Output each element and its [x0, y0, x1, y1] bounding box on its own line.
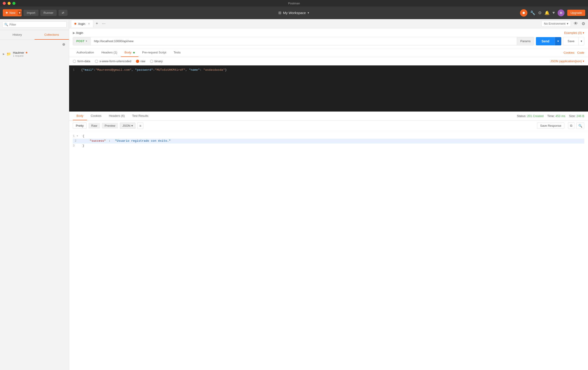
- maximize-button[interactable]: [12, 2, 15, 5]
- resp-wrap-icon[interactable]: ≡: [137, 123, 143, 129]
- sidebar-tabs: History Collections: [0, 30, 69, 40]
- option-form-data[interactable]: form-data: [73, 59, 90, 63]
- resp-raw-button[interactable]: Raw: [88, 123, 100, 128]
- send-button[interactable]: Send: [536, 37, 555, 45]
- url-input[interactable]: [91, 37, 517, 45]
- import-button[interactable]: Import: [23, 10, 39, 16]
- sidebar-search-section: 🔍: [0, 19, 69, 30]
- tab-collections[interactable]: Collections: [35, 30, 69, 40]
- response-body: 1 ▾ { 2 "success" : "Usuario registrado …: [69, 131, 588, 176]
- save-button-group: Save ▾: [563, 37, 584, 45]
- new-button[interactable]: ✚ New ▾: [3, 9, 22, 16]
- collection-item[interactable]: ▶ 📁 Haulmer ★ 1 request: [0, 49, 69, 59]
- resp-line-2: 2 "success" : "Usuario registrado con éx…: [73, 139, 584, 144]
- sync-icon[interactable]: [520, 9, 527, 17]
- code-editor[interactable]: 1 {"mail":"Maureend@gmail.com", "passwor…: [69, 65, 588, 112]
- tab-tests[interactable]: Tests: [170, 48, 184, 57]
- star-icon: ★: [25, 51, 28, 54]
- resp-tab-cookies[interactable]: Cookies: [87, 112, 105, 120]
- tab-unsaved-dot: [74, 23, 76, 25]
- params-button[interactable]: Params: [517, 37, 534, 45]
- cookies-link[interactable]: Cookies: [564, 51, 574, 54]
- environment-select[interactable]: No Environment ▾: [541, 21, 571, 27]
- upgrade-button[interactable]: Upgrade: [567, 10, 585, 16]
- option-raw[interactable]: raw: [136, 59, 145, 63]
- workspace-selector[interactable]: ⊞ My Workspace ▾: [69, 11, 518, 15]
- wrench-icon[interactable]: 🔧: [530, 10, 535, 15]
- save-response-button[interactable]: Save Response: [537, 123, 564, 129]
- radio-raw[interactable]: [136, 60, 139, 63]
- window-controls: [3, 2, 15, 5]
- grid-icon: ⊞: [278, 11, 281, 15]
- close-button[interactable]: [3, 2, 6, 5]
- format-select[interactable]: JSON (application/json) ▾: [550, 59, 584, 63]
- resp-preview-button[interactable]: Preview: [102, 123, 118, 128]
- eye-icon[interactable]: 👁: [573, 20, 579, 27]
- resp-tab-headers[interactable]: Headers (6): [105, 112, 129, 120]
- resp-tab-test-results[interactable]: Test Results: [128, 112, 152, 120]
- request-tab-actions: Cookies Code: [564, 48, 584, 57]
- tab-label: /login: [78, 22, 85, 26]
- search-icon: 🔍: [4, 23, 8, 26]
- runner-button[interactable]: Runner: [40, 10, 57, 16]
- tab-authorization[interactable]: Authorization: [73, 48, 98, 57]
- resp-copy-button[interactable]: ⧉: [568, 122, 574, 129]
- radio-binary[interactable]: [150, 60, 153, 63]
- resp-search-button[interactable]: 🔍: [576, 123, 584, 129]
- add-collection-button[interactable]: ⊕: [61, 42, 67, 47]
- tab-history[interactable]: History: [0, 30, 35, 40]
- resp-format-select[interactable]: JSON ▾: [120, 123, 136, 129]
- tab-menu-button[interactable]: ⋯: [100, 21, 107, 27]
- content-area: /login × + ⋯ No Environment ▾ 👁 ⚙ ▶ /log…: [69, 19, 588, 370]
- plus-icon: ✚: [6, 11, 8, 14]
- tab-body[interactable]: Body: [121, 48, 138, 57]
- breadcrumb: ▶ /login: [73, 31, 83, 35]
- avatar[interactable]: H: [557, 10, 565, 16]
- size-label: Size: 246 B: [569, 114, 584, 118]
- request-tabs-bar: /login × + ⋯ No Environment ▾ 👁 ⚙: [69, 19, 588, 28]
- env-label: No Environment: [544, 22, 566, 25]
- request-tab-login[interactable]: /login ×: [71, 20, 93, 27]
- send-dropdown-button[interactable]: ▾: [555, 37, 561, 45]
- examples-link[interactable]: Examples (0) ▾: [564, 31, 584, 35]
- resp-pretty-button[interactable]: Pretty: [73, 123, 87, 129]
- radio-form-data[interactable]: [73, 60, 76, 63]
- search-input[interactable]: [10, 23, 64, 26]
- time-label: Time: 453 ms: [547, 114, 565, 118]
- option-binary[interactable]: binary: [150, 59, 163, 63]
- toolbar-right: 🔧 ⚙ 🔔 ♥ H Upgrade: [520, 9, 585, 17]
- save-dropdown-button[interactable]: ▾: [579, 37, 584, 45]
- workspace-label: My Workspace: [283, 11, 306, 15]
- sync-button[interactable]: ⇄: [59, 10, 67, 16]
- collection-meta: 1 request: [13, 54, 66, 57]
- response-options: Pretty Raw Preview JSON ▾ ≡ Save Respons…: [69, 120, 588, 131]
- resp-line-3: 3 }: [73, 144, 584, 148]
- tab-pre-request[interactable]: Pre-request Script: [138, 48, 170, 57]
- settings-icon[interactable]: ⚙: [538, 10, 542, 15]
- url-bar: POST ▾ Params: [73, 37, 534, 45]
- main-layout: 🔍 History Collections ⊕ ▶ 📁 Haulmer ★ 1 …: [0, 19, 588, 370]
- body-dot: [133, 52, 135, 53]
- add-tab-button[interactable]: +: [94, 20, 100, 27]
- radio-urlencoded[interactable]: [95, 60, 98, 63]
- status-label: Status: 201 Created: [517, 114, 544, 118]
- notifications-icon[interactable]: 🔔: [545, 10, 549, 15]
- response-status: Status: 201 Created Time: 453 ms Size: 2…: [517, 114, 584, 118]
- examples-chevron-icon: ▾: [583, 31, 584, 35]
- method-select[interactable]: POST ▾: [73, 37, 91, 45]
- minimize-button[interactable]: [8, 2, 10, 5]
- option-urlencoded[interactable]: x-www-form-urlencoded: [95, 59, 131, 63]
- tab-close-icon[interactable]: ×: [88, 22, 90, 26]
- new-dropdown-chevron[interactable]: ▾: [18, 11, 22, 15]
- code-link[interactable]: Code: [577, 51, 584, 54]
- resp-line-1: 1 ▾ {: [73, 134, 584, 139]
- method-chevron-icon: ▾: [86, 40, 87, 43]
- save-button[interactable]: Save: [563, 37, 579, 45]
- env-settings-icon[interactable]: ⚙: [581, 20, 586, 27]
- env-section: No Environment ▾ 👁 ⚙: [541, 20, 586, 27]
- collection-chevron-icon: ▶: [3, 53, 5, 55]
- search-wrap: 🔍: [2, 21, 67, 28]
- heart-icon[interactable]: ♥: [552, 10, 555, 15]
- tab-headers[interactable]: Headers (1): [98, 48, 121, 57]
- resp-tab-body[interactable]: Body: [73, 112, 87, 120]
